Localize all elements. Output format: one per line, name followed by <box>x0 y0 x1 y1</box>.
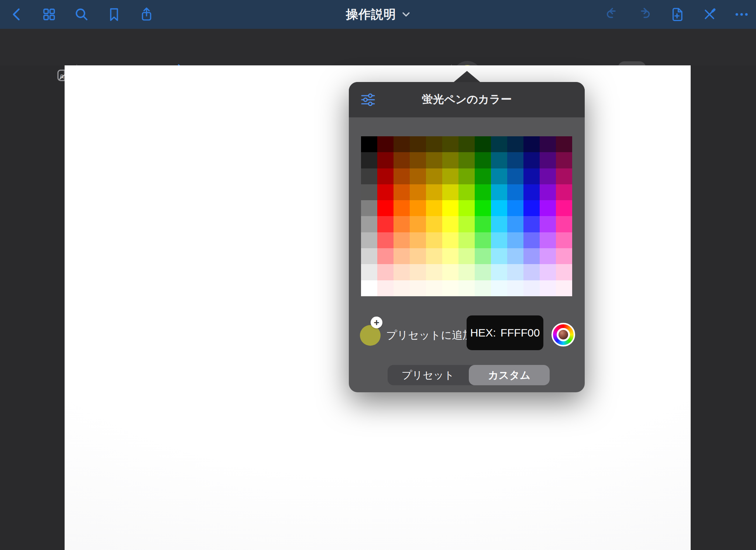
color-swatch-r2-c7[interactable] <box>458 152 475 168</box>
color-swatch-r1-c8[interactable] <box>475 136 491 152</box>
color-swatch-r8-c2[interactable] <box>377 248 394 264</box>
color-swatch-r3-c2[interactable] <box>377 168 394 184</box>
color-swatch-r1-c11[interactable] <box>523 136 540 152</box>
color-swatch-r4-c6[interactable] <box>442 184 458 200</box>
color-swatch-r2-c13[interactable] <box>556 152 572 168</box>
color-swatch-r1-c12[interactable] <box>540 136 556 152</box>
color-swatch-r6-c2[interactable] <box>377 216 394 232</box>
color-swatch-r3-c12[interactable] <box>540 168 556 184</box>
color-swatch-r9-c3[interactable] <box>394 264 410 280</box>
color-swatch-r2-c1[interactable] <box>361 152 377 168</box>
color-swatch-r3-c5[interactable] <box>426 168 442 184</box>
color-swatch-r4-c12[interactable] <box>540 184 556 200</box>
color-swatch-r5-c2[interactable] <box>377 200 394 216</box>
color-swatch-r4-c1[interactable] <box>361 184 377 200</box>
color-swatch-r10-c10[interactable] <box>507 280 523 296</box>
color-swatch-r9-c12[interactable] <box>540 264 556 280</box>
color-swatch-r9-c7[interactable] <box>458 264 475 280</box>
color-swatch-r1-c10[interactable] <box>507 136 523 152</box>
color-swatch-r10-c7[interactable] <box>458 280 475 296</box>
color-swatch-r2-c9[interactable] <box>491 152 507 168</box>
color-swatch-r6-c8[interactable] <box>475 216 491 232</box>
color-swatch-r6-c7[interactable] <box>458 216 475 232</box>
color-swatch-r4-c13[interactable] <box>556 184 572 200</box>
color-swatch-r6-c12[interactable] <box>540 216 556 232</box>
color-swatch-r2-c4[interactable] <box>410 152 426 168</box>
color-swatch-r5-c12[interactable] <box>540 200 556 216</box>
color-swatch-r4-c7[interactable] <box>458 184 475 200</box>
color-swatch-r7-c12[interactable] <box>540 232 556 248</box>
color-swatch-r6-c11[interactable] <box>523 216 540 232</box>
color-swatch-r1-c4[interactable] <box>410 136 426 152</box>
color-swatch-r3-c11[interactable] <box>523 168 540 184</box>
color-swatch-r6-c6[interactable] <box>442 216 458 232</box>
color-swatch-r1-c13[interactable] <box>556 136 572 152</box>
pen-cross-icon[interactable] <box>701 6 718 23</box>
color-swatch-r10-c2[interactable] <box>377 280 394 296</box>
hex-input[interactable]: HEX: FFFF00 <box>467 315 543 350</box>
color-swatch-r3-c9[interactable] <box>491 168 507 184</box>
more-icon[interactable] <box>733 6 750 23</box>
color-swatch-r1-c6[interactable] <box>442 136 458 152</box>
color-swatch-r5-c5[interactable] <box>426 200 442 216</box>
color-swatch-r9-c4[interactable] <box>410 264 426 280</box>
color-swatch-r1-c7[interactable] <box>458 136 475 152</box>
color-swatch-r5-c11[interactable] <box>523 200 540 216</box>
color-swatch-r5-c3[interactable] <box>394 200 410 216</box>
color-swatch-r5-c13[interactable] <box>556 200 572 216</box>
color-swatch-r1-c9[interactable] <box>491 136 507 152</box>
color-swatch-r5-c7[interactable] <box>458 200 475 216</box>
color-swatch-r8-c1[interactable] <box>361 248 377 264</box>
color-swatch-r8-c4[interactable] <box>410 248 426 264</box>
color-swatch-r4-c9[interactable] <box>491 184 507 200</box>
color-swatch-r7-c5[interactable] <box>426 232 442 248</box>
color-swatch-r10-c13[interactable] <box>556 280 572 296</box>
color-swatch-r2-c3[interactable] <box>394 152 410 168</box>
color-swatch-r3-c8[interactable] <box>475 168 491 184</box>
color-swatch-r4-c11[interactable] <box>523 184 540 200</box>
color-swatch-r3-c13[interactable] <box>556 168 572 184</box>
color-swatch-r7-c3[interactable] <box>394 232 410 248</box>
color-swatch-r1-c2[interactable] <box>377 136 394 152</box>
color-swatch-r2-c6[interactable] <box>442 152 458 168</box>
color-swatch-r1-c3[interactable] <box>394 136 410 152</box>
color-wheel-icon[interactable] <box>551 323 575 346</box>
color-swatch-r1-c5[interactable] <box>426 136 442 152</box>
tab-preset[interactable]: プリセット <box>388 365 468 385</box>
color-swatch-r7-c9[interactable] <box>491 232 507 248</box>
color-swatch-r2-c2[interactable] <box>377 152 394 168</box>
color-swatch-r10-c9[interactable] <box>491 280 507 296</box>
color-swatch-r4-c10[interactable] <box>507 184 523 200</box>
color-swatch-r2-c5[interactable] <box>426 152 442 168</box>
color-swatch-r10-c6[interactable] <box>442 280 458 296</box>
undo-icon[interactable] <box>604 6 621 23</box>
color-swatch-r10-c4[interactable] <box>410 280 426 296</box>
color-swatch-r4-c3[interactable] <box>394 184 410 200</box>
color-swatch-r9-c6[interactable] <box>442 264 458 280</box>
color-swatch-r6-c13[interactable] <box>556 216 572 232</box>
color-swatch-r1-c1[interactable] <box>361 136 377 152</box>
color-swatch-r5-c1[interactable] <box>361 200 377 216</box>
color-swatch-r5-c9[interactable] <box>491 200 507 216</box>
color-swatch-r8-c13[interactable] <box>556 248 572 264</box>
color-swatch-r7-c1[interactable] <box>361 232 377 248</box>
color-swatch-r6-c3[interactable] <box>394 216 410 232</box>
color-swatch-r10-c12[interactable] <box>540 280 556 296</box>
color-swatch-r8-c6[interactable] <box>442 248 458 264</box>
color-swatch-r8-c3[interactable] <box>394 248 410 264</box>
color-swatch-r10-c8[interactable] <box>475 280 491 296</box>
color-swatch-r9-c9[interactable] <box>491 264 507 280</box>
color-swatch-r6-c10[interactable] <box>507 216 523 232</box>
color-swatch-r9-c11[interactable] <box>523 264 540 280</box>
color-swatch-r9-c10[interactable] <box>507 264 523 280</box>
color-swatch-r5-c6[interactable] <box>442 200 458 216</box>
color-swatch-r3-c3[interactable] <box>394 168 410 184</box>
color-swatch-r8-c12[interactable] <box>540 248 556 264</box>
color-swatch-r7-c13[interactable] <box>556 232 572 248</box>
color-swatch-r6-c1[interactable] <box>361 216 377 232</box>
color-swatch-r7-c4[interactable] <box>410 232 426 248</box>
color-swatch-r3-c10[interactable] <box>507 168 523 184</box>
color-swatch-r4-c5[interactable] <box>426 184 442 200</box>
color-swatch-r8-c10[interactable] <box>507 248 523 264</box>
color-swatch-r4-c8[interactable] <box>475 184 491 200</box>
